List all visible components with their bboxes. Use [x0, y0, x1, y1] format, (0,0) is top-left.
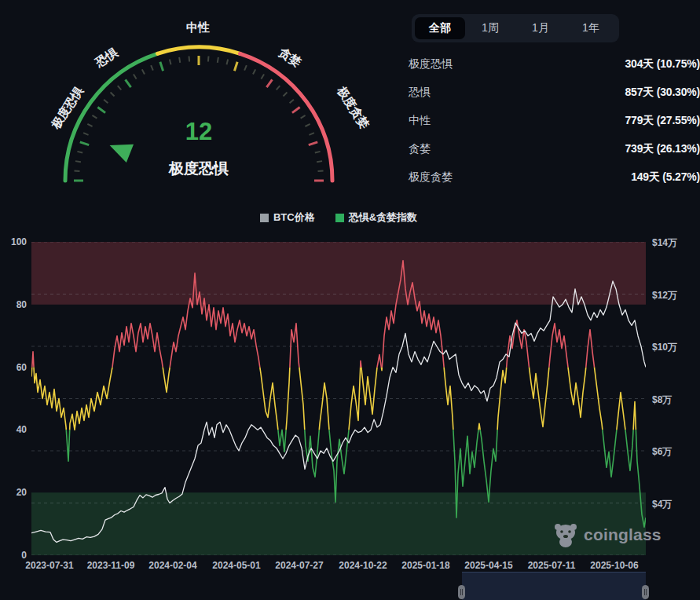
legend-item-fear-greed-index[interactable]: 恐惧&贪婪指数: [335, 210, 417, 225]
legend-label: 恐惧&贪婪指数: [349, 210, 417, 225]
stat-value: 149天 (5.27%): [631, 170, 700, 185]
gauge-tick: [208, 56, 209, 61]
gauge-tick: [218, 57, 218, 63]
stat-value: 304天 (10.75%): [625, 57, 700, 71]
gauge-tick: [309, 142, 317, 145]
navigator-left-handle[interactable]: [458, 585, 465, 599]
stat-label: 贪婪: [409, 142, 431, 156]
gauge-tick: [244, 65, 247, 70]
gauge-tick: [315, 152, 321, 153]
navigator-right-handle[interactable]: [642, 585, 649, 599]
gauge-status-label: 极度恐惧: [120, 159, 277, 179]
stat-label: 极度恐惧: [409, 57, 453, 71]
tab-1y[interactable]: 1年: [566, 17, 616, 39]
stat-label: 恐惧: [409, 86, 431, 100]
x-axis-date-label: 2024-10-22: [339, 560, 387, 571]
stat-value: 857天 (30.30%): [625, 86, 700, 100]
gauge-tick: [75, 161, 81, 162]
fear-greed-legend-swatch: [335, 214, 344, 222]
gauge-value: 12: [159, 118, 238, 146]
gauge-tick: [160, 62, 163, 71]
x-axis-date-label: 2025-07-11: [528, 560, 576, 571]
stat-value: 779天 (27.55%): [625, 114, 700, 128]
gauge-tick: [80, 142, 89, 145]
gauge-tick: [92, 115, 97, 119]
y-axis-right-label: $10万: [652, 341, 677, 354]
y-axis-left-label: 20: [2, 487, 27, 498]
gauge-tick: [253, 69, 255, 74]
legend-label: BTC价格: [273, 210, 315, 225]
sentiment-stats: 极度恐惧 304天 (10.75%) 恐惧 857天 (30.30%) 中性 7…: [409, 50, 700, 192]
threshold-band: [31, 242, 646, 305]
x-axis-date-label: 2023-11-09: [87, 560, 135, 571]
fear-greed-history-chart[interactable]: [31, 242, 646, 555]
gauge-tick: [170, 59, 171, 64]
gauge-tick: [111, 93, 115, 97]
fear-greed-gauge: 极度恐惧 恐惧 中性 贪婪 极度贪婪 12 极度恐惧: [24, 8, 377, 204]
coinglass-bear-icon: [553, 521, 578, 548]
watermark-text: coinglass: [584, 525, 662, 544]
stat-label: 中性: [409, 114, 431, 128]
gauge-tick: [226, 59, 228, 64]
x-axis-date-label: 2024-05-01: [212, 560, 260, 571]
y-axis-right-label: $8万: [652, 393, 672, 407]
navigator-waveform: [0, 572, 700, 600]
x-axis-date-label: 2024-02-04: [148, 560, 196, 571]
gauge-tick: [118, 86, 122, 90]
y-axis-right-label: $14万: [652, 236, 677, 250]
fear-greed-page: 极度恐惧 恐惧 中性 贪婪 极度贪婪 12 极度恐惧 全部 1周 1月 1年 极…: [0, 0, 700, 600]
tab-all[interactable]: 全部: [415, 17, 465, 39]
x-axis-date-label: 2023-07-31: [25, 560, 73, 571]
gauge-tick: [134, 74, 137, 79]
y-axis-right-label: $12万: [652, 289, 677, 302]
y-axis-left-label: 40: [2, 424, 27, 435]
stat-row-neutral: 中性 779天 (27.55%): [409, 107, 700, 135]
x-axis-date-label: 2025-10-06: [590, 560, 638, 571]
gauge-tick: [277, 86, 280, 90]
stat-row-fear: 恐惧 857天 (30.30%): [409, 79, 700, 107]
stat-row-extreme-greed: 极度贪婪 149天 (5.27%): [409, 163, 700, 192]
gauge-label-neutral: 中性: [186, 20, 210, 35]
gauge-tick: [317, 161, 322, 162]
y-axis-right-label: $6万: [652, 445, 672, 459]
x-axis-date-label: 2024-07-27: [275, 560, 323, 571]
gauge-tick: [83, 133, 88, 135]
gauge-tick: [283, 93, 287, 97]
stat-row-greed: 贪婪 739天 (26.13%): [409, 135, 700, 163]
stat-label: 极度贪婪: [409, 170, 453, 185]
gauge-tick: [261, 74, 264, 79]
y-axis-left-label: 60: [2, 362, 27, 373]
gauge-tick: [266, 79, 272, 87]
y-axis-left-label: 80: [2, 299, 27, 310]
gauge-tick: [234, 62, 237, 71]
range-tab-group: 全部 1周 1月 1年: [412, 14, 619, 42]
chart-range-navigator[interactable]: [0, 572, 700, 600]
gauge-tick: [74, 171, 79, 172]
tab-1m[interactable]: 1月: [515, 17, 566, 39]
gauge-tick: [151, 65, 153, 70]
gauge-tick: [318, 171, 324, 172]
gauge-tick: [292, 108, 300, 113]
gauge-tick: [77, 152, 82, 153]
stat-row-extreme-fear: 极度恐惧 304天 (10.75%): [409, 50, 700, 79]
x-axis-date-label: 2025-01-18: [401, 560, 449, 571]
y-axis-left-label: 100: [2, 236, 27, 247]
y-axis-right-label: $4万: [652, 498, 672, 511]
x-axis-date-label: 2025-04-15: [464, 560, 512, 571]
gauge-tick: [305, 124, 310, 126]
gauge-tick: [179, 57, 180, 63]
y-axis-left-label: 0: [2, 550, 27, 561]
btc-legend-swatch: [260, 214, 269, 222]
gauge-tick: [97, 108, 105, 113]
gauge-tick: [301, 115, 306, 119]
gauge-tick: [290, 100, 294, 104]
legend-item-btc-price[interactable]: BTC价格: [260, 210, 315, 225]
gauge-tick: [87, 124, 92, 126]
coinglass-watermark: coinglass: [553, 521, 662, 548]
gauge-tick: [104, 100, 108, 104]
chart-canvas: [31, 242, 646, 555]
gauge-tick: [126, 79, 131, 87]
gauge-tick: [189, 56, 190, 61]
tab-1w[interactable]: 1周: [465, 17, 515, 39]
gauge-tick: [309, 133, 313, 135]
